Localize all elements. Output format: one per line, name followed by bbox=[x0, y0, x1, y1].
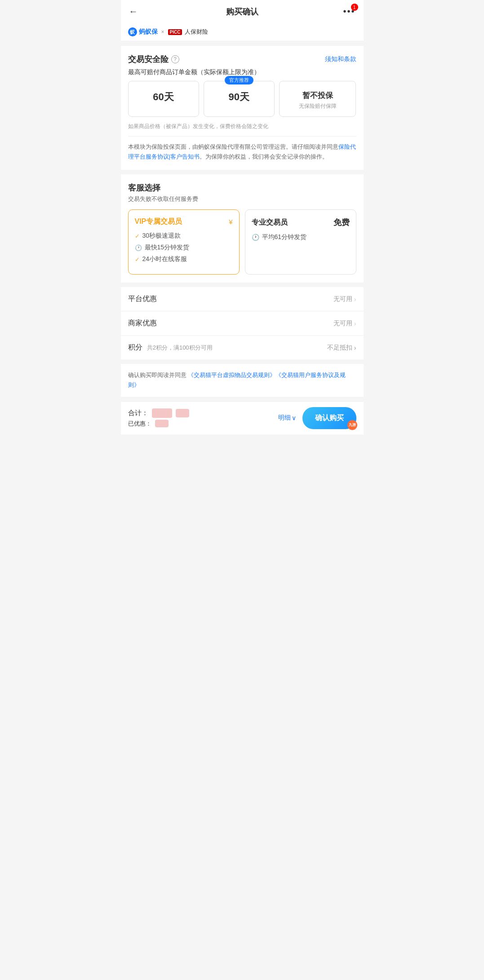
discount-amount bbox=[155, 420, 169, 427]
service-options: VIP专属交易员 ¥ ✓ 30秒极速退款 🕐 最快15分钟发货 ✓ 24小时在线… bbox=[128, 209, 356, 275]
chevron-right-icon-3: › bbox=[354, 344, 356, 351]
vip-feature-3-label: 24小时在线客服 bbox=[142, 255, 187, 263]
total-section: 合计： 已优惠： bbox=[128, 408, 278, 428]
insurance-subtitle: 最高可赔付商品订单金额（实际保额上限为准） bbox=[128, 68, 356, 76]
points-value: 不足抵扣 bbox=[327, 344, 352, 352]
option-60-card[interactable]: 60天 bbox=[128, 81, 199, 117]
platform-promo-right: 无可用 › bbox=[333, 295, 356, 303]
option-90-label: 90天 bbox=[209, 90, 270, 104]
detail-button[interactable]: 明细 ∨ bbox=[278, 414, 296, 422]
insurance-body: 本模块为保险投保页面，由蚂蚁保保险代理有限公司管理运营。请仔细阅读并同意保险代理… bbox=[128, 142, 356, 162]
ant-logo: 蚁 蚂蚁保 bbox=[128, 27, 158, 36]
notification-badge: 1 bbox=[351, 4, 358, 11]
clock-icon-1: 🕐 bbox=[135, 244, 142, 251]
partner-bar: 蚁 蚂蚁保 × PICC 人保财险 bbox=[121, 23, 364, 41]
ant-label: 蚂蚁保 bbox=[139, 28, 158, 36]
cross-icon: × bbox=[161, 29, 164, 35]
chevron-right-icon-1: › bbox=[354, 296, 356, 303]
insurance-options: 60天 官方推荐 90天 暂不投保 无保险赔付保障 bbox=[128, 81, 356, 117]
total-label: 合计： bbox=[128, 409, 148, 417]
service-title: 客服选择 bbox=[128, 182, 356, 193]
option-60-label: 60天 bbox=[133, 90, 194, 104]
agreement-section: 确认购买即阅读并同意 《交易猫平台虚拟物品交易规则》《交易猫用户服务协议及规则》 bbox=[121, 364, 364, 396]
chevron-right-icon-2: › bbox=[354, 320, 356, 327]
detail-label: 明细 bbox=[278, 414, 291, 422]
page-title: 购买确认 bbox=[226, 6, 258, 17]
insurance-title: 交易安全险 bbox=[128, 54, 169, 65]
points-left: 积分 共2积分，满100积分可用 bbox=[128, 343, 213, 352]
points-sub: 共2积分，满100积分可用 bbox=[147, 344, 213, 351]
points-label: 积分 bbox=[128, 343, 142, 351]
official-badge: 官方推荐 bbox=[225, 76, 253, 84]
pro-feature: 🕐 平均61分钟发货 bbox=[252, 233, 350, 241]
platform-promo-value: 无可用 bbox=[333, 295, 352, 303]
points-row[interactable]: 积分 共2积分，满100积分可用 不足抵扣 › bbox=[121, 336, 364, 359]
agreement-text: 确认购买即阅读并同意 《交易猫平台虚拟物品交易规则》《交易猫用户服务协议及规则》 bbox=[128, 370, 356, 390]
total-amount bbox=[152, 408, 172, 418]
pro-feature-label: 平均61分钟发货 bbox=[262, 233, 307, 241]
option-no-ins-label: 暂不投保 bbox=[284, 90, 351, 101]
vip-feature-1-label: 30秒极速退款 bbox=[142, 232, 181, 240]
merchant-promo-right: 无可用 › bbox=[333, 319, 356, 328]
clock-icon-2: 🕐 bbox=[252, 234, 259, 241]
terms-link[interactable]: 须知和条款 bbox=[325, 55, 356, 63]
platform-promo-label: 平台优惠 bbox=[128, 294, 157, 304]
vip-feature-2: 🕐 最快15分钟发货 bbox=[135, 244, 233, 252]
ant-icon: 蚁 bbox=[128, 27, 137, 36]
option-90-card[interactable]: 官方推荐 90天 bbox=[204, 81, 275, 117]
total-amount-extra bbox=[176, 409, 190, 417]
merchant-promo-row[interactable]: 商家优惠 无可用 › bbox=[121, 311, 364, 336]
service-section: 客服选择 交易失败不收取任何服务费 VIP专属交易员 ¥ ✓ 30秒极速退款 🕐… bbox=[121, 174, 364, 283]
merchant-promo-value: 无可用 bbox=[333, 319, 352, 328]
discount-row: 已优惠： bbox=[128, 420, 278, 428]
insurance-notice: 如果商品价格（被保产品）发生变化，保费价格会随之变化 bbox=[128, 122, 356, 131]
pro-service-card[interactable]: 专业交易员 免费 🕐 平均61分钟发货 bbox=[245, 209, 356, 275]
detail-chevron-icon: ∨ bbox=[292, 414, 296, 421]
check-icon-2: ✓ bbox=[135, 256, 140, 263]
pro-label: 专业交易员 bbox=[252, 218, 288, 227]
game-logo: 九游 bbox=[347, 420, 357, 430]
vip-feature-2-label: 最快15分钟发货 bbox=[145, 244, 190, 252]
vip-price-icon: ¥ bbox=[229, 218, 232, 226]
promotions-section: 平台优惠 无可用 › 商家优惠 无可用 › 积分 共2积分，满100积分可用 不… bbox=[121, 287, 364, 359]
partner-name: 人保财险 bbox=[185, 28, 208, 36]
insurance-title-row: 交易安全险 ? 须知和条款 bbox=[128, 54, 356, 65]
vip-feature-3: ✓ 24小时在线客服 bbox=[135, 255, 233, 263]
service-sub: 交易失败不收取任何服务费 bbox=[128, 195, 356, 203]
platform-promo-row[interactable]: 平台优惠 无可用 › bbox=[121, 287, 364, 311]
pro-free-label: 免费 bbox=[333, 217, 350, 228]
vip-card-header: VIP专属交易员 ¥ bbox=[135, 217, 233, 226]
more-button[interactable]: ••• 1 bbox=[343, 6, 355, 17]
vip-feature-1: ✓ 30秒极速退款 bbox=[135, 232, 233, 240]
option-no-ins-card[interactable]: 暂不投保 无保险赔付保障 bbox=[279, 81, 356, 117]
pro-card-header: 专业交易员 免费 bbox=[252, 217, 350, 228]
bottom-bar: 合计： 已优惠： 明细 ∨ 确认购买 九游 bbox=[121, 401, 364, 435]
check-icon-1: ✓ bbox=[135, 233, 140, 239]
picc-badge: PICC bbox=[168, 29, 182, 35]
agreement-link-1[interactable]: 《交易猫平台虚拟物品交易规则》 bbox=[188, 372, 275, 378]
help-icon[interactable]: ? bbox=[171, 55, 179, 63]
back-button[interactable]: ← bbox=[129, 6, 138, 17]
insurance-section: 交易安全险 ? 须知和条款 最高可赔付商品订单金额（实际保额上限为准） 60天 … bbox=[121, 46, 364, 170]
points-right: 不足抵扣 › bbox=[327, 344, 356, 352]
discount-label: 已优惠： bbox=[128, 420, 151, 428]
merchant-promo-label: 商家优惠 bbox=[128, 319, 157, 328]
vip-service-card[interactable]: VIP专属交易员 ¥ ✓ 30秒极速退款 🕐 最快15分钟发货 ✓ 24小时在线… bbox=[128, 209, 240, 275]
divider-1 bbox=[128, 136, 356, 137]
confirm-purchase-button[interactable]: 确认购买 九游 bbox=[302, 407, 356, 429]
vip-label: VIP专属交易员 bbox=[135, 217, 182, 226]
header: ← 购买确认 ••• 1 bbox=[121, 0, 364, 23]
total-row: 合计： bbox=[128, 408, 278, 418]
option-no-ins-sub: 无保险赔付保障 bbox=[284, 102, 351, 110]
